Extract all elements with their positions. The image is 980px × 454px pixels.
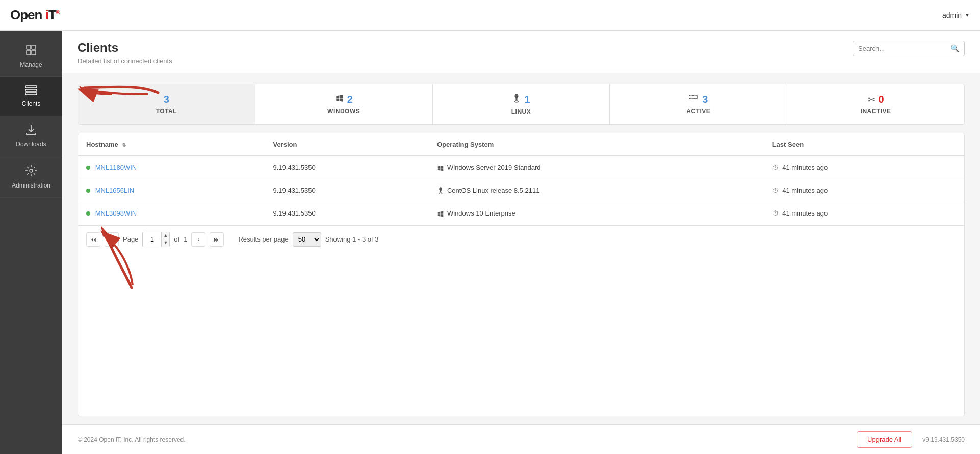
rpp-select[interactable]: 50 25 100 (293, 232, 321, 247)
stat-windows-num: 2 (347, 94, 353, 105)
sidebar-item-clients-label: Clients (22, 100, 41, 108)
sidebar-item-administration-label: Administration (12, 182, 50, 189)
search-input[interactable] (858, 45, 946, 52)
upgrade-all-button[interactable]: Upgrade All (857, 431, 912, 448)
cell-version: 9.19.431.5350 (265, 179, 429, 202)
stat-linux-label: LINUX (511, 108, 531, 115)
svg-rect-5 (32, 45, 36, 49)
cell-version: 9.19.431.5350 (265, 202, 429, 225)
cell-version: 9.19.431.5350 (265, 156, 429, 179)
sidebar-item-administration[interactable]: Administration (0, 156, 62, 198)
table-row: MNL1656LIN 9.19.431.5350 CentOS Linux re… (78, 179, 964, 202)
page-label: Page (123, 235, 138, 243)
sidebar-item-manage[interactable]: Manage (0, 36, 62, 77)
stat-linux[interactable]: 1 LINUX (433, 84, 610, 124)
active-link-icon (689, 94, 699, 105)
page-subtitle: Detailed list of connected clients (78, 57, 172, 65)
downloads-icon (25, 124, 37, 138)
table-body: MNL1180WIN 9.19.431.5350 Windows Server … (78, 156, 964, 225)
svg-rect-9 (25, 89, 37, 91)
sidebar-item-manage-label: Manage (20, 61, 42, 68)
cell-last-seen: ⏱ 41 minutes ago (764, 179, 964, 202)
total-pages: 1 (184, 235, 187, 243)
page-input[interactable] (143, 232, 161, 247)
stat-total[interactable]: 3 TOTAL (78, 84, 255, 124)
svg-rect-7 (32, 50, 36, 55)
pagination-bar: ⏮ ‹ Page ▲ ▼ of 1 › ⏭ Results per page 5… (78, 225, 964, 253)
clients-table: Hostname ⇅ Version Operating System Last… (78, 133, 964, 225)
table-row: MNL3098WIN 9.19.431.5350 Windows 10 Ente… (78, 202, 964, 225)
stat-inactive-label: INACTIVE (861, 108, 891, 115)
table-row: MNL1180WIN 9.19.431.5350 Windows Server … (78, 156, 964, 179)
col-last-seen: Last Seen (764, 133, 964, 156)
clock-icon: ⏱ (772, 210, 779, 217)
col-os: Operating System (429, 133, 764, 156)
clock-icon: ⏱ (772, 164, 779, 171)
first-page-button[interactable]: ⏮ (86, 232, 100, 247)
table-area: Hostname ⇅ Version Operating System Last… (78, 133, 965, 416)
stat-total-num: 3 (164, 94, 169, 105)
clients-icon (25, 85, 37, 97)
hostname-sort-icon: ⇅ (122, 142, 126, 148)
stat-inactive[interactable]: ✂ 0 INACTIVE (787, 84, 964, 124)
cell-last-seen: ⏱ 41 minutes ago (764, 156, 964, 179)
cell-hostname: MNL1180WIN (78, 156, 265, 179)
page-increment-button[interactable]: ▲ (162, 232, 169, 240)
cell-hostname: MNL3098WIN (78, 202, 265, 225)
user-menu[interactable]: admin ▼ (942, 11, 970, 19)
content-header: Clients Detailed list of connected clien… (62, 31, 980, 73)
next-page-button[interactable]: › (191, 232, 205, 247)
hostname-link[interactable]: MNL3098WIN (95, 209, 137, 217)
stats-bar: 3 TOTAL 2 WINDOWS 1 LI (78, 84, 965, 125)
stat-total-label: TOTAL (156, 108, 177, 115)
page-title-area: Clients Detailed list of connected clien… (78, 41, 172, 65)
col-hostname[interactable]: Hostname ⇅ (78, 133, 265, 156)
stat-active[interactable]: 3 ACTIVE (610, 84, 787, 124)
of-label: of (174, 235, 179, 243)
search-icon[interactable]: 🔍 (950, 44, 959, 52)
sidebar-item-downloads-label: Downloads (16, 141, 46, 148)
content-area: Clients Detailed list of connected clien… (62, 31, 980, 454)
main-layout: Manage Clients Downloads (0, 31, 980, 454)
page-input-group: ▲ ▼ (142, 232, 170, 247)
copyright-text: © 2024 Open iT, Inc. All rights reserved… (78, 436, 186, 443)
user-chevron-icon: ▼ (965, 12, 970, 18)
footer: © 2024 Open iT, Inc. All rights reserved… (62, 424, 980, 454)
svg-rect-8 (25, 86, 37, 88)
cell-os: CentOS Linux release 8.5.2111 (429, 179, 764, 202)
sidebar-item-clients[interactable]: Clients (0, 77, 62, 116)
last-page-button[interactable]: ⏭ (210, 232, 224, 247)
logo: Open iT® (10, 7, 60, 23)
status-dot (86, 211, 90, 216)
search-box[interactable]: 🔍 (853, 41, 965, 56)
cell-last-seen: ⏱ 41 minutes ago (764, 202, 964, 225)
linux-icon (512, 93, 521, 106)
page-decrement-button[interactable]: ▼ (162, 239, 169, 247)
showing-text: Showing 1 - 3 of 3 (325, 235, 379, 243)
col-version: Version (265, 133, 429, 156)
hostname-link[interactable]: MNL1656LIN (95, 186, 135, 194)
rpp-label: Results per page (238, 235, 288, 243)
status-dot (86, 189, 90, 193)
administration-icon (25, 165, 37, 179)
manage-icon (25, 44, 37, 58)
windows-icon (335, 94, 344, 105)
svg-point-11 (30, 169, 33, 172)
stat-active-label: ACTIVE (686, 108, 710, 115)
stat-active-num: 3 (702, 94, 708, 105)
version-text: v9.19.431.5350 (922, 436, 965, 443)
table-header-row: Hostname ⇅ Version Operating System Last… (78, 133, 964, 156)
clock-icon: ⏱ (772, 187, 779, 194)
prev-page-button[interactable]: ‹ (105, 232, 119, 247)
cell-os: Windows 10 Enterprise (429, 202, 764, 225)
stat-windows-label: WINDOWS (327, 108, 360, 115)
username-label: admin (942, 11, 962, 19)
stat-inactive-num: 0 (879, 94, 884, 105)
cell-os: Windows Server 2019 Standard (429, 156, 764, 179)
top-header: Open iT® admin ▼ (0, 0, 980, 31)
stat-linux-num: 1 (524, 94, 530, 105)
status-dot (86, 166, 90, 170)
stat-windows[interactable]: 2 WINDOWS (255, 84, 433, 124)
hostname-link[interactable]: MNL1180WIN (95, 164, 137, 171)
sidebar-item-downloads[interactable]: Downloads (0, 116, 62, 156)
